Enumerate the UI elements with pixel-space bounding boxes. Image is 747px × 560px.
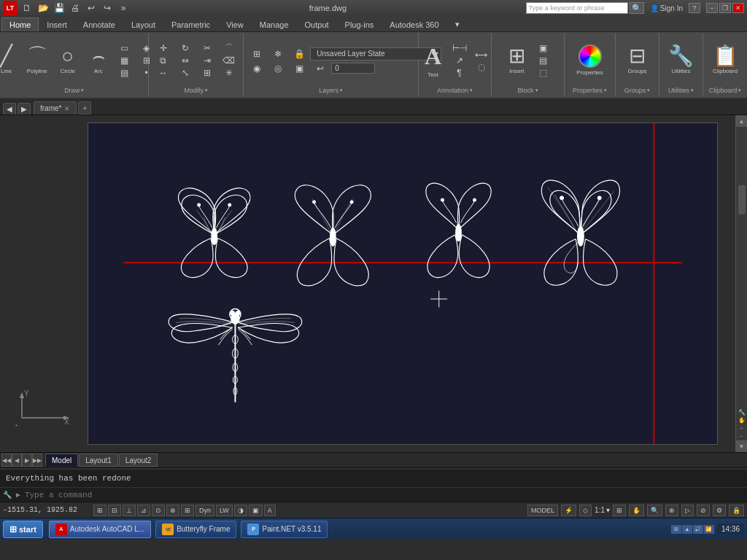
offset-btn[interactable]: ⇥ bbox=[197, 55, 217, 66]
modify-dropdown-arrow[interactable]: ▾ bbox=[205, 88, 208, 93]
explode-btn[interactable]: ✳ bbox=[219, 67, 239, 79]
create-block-btn[interactable]: ▣ bbox=[533, 42, 554, 54]
close-btn[interactable]: ✕ bbox=[732, 3, 744, 13]
clipboard-btn[interactable]: 📋 Clipboard bbox=[710, 44, 741, 77]
taskbar-item-butterfly[interactable]: 🦋 Butteryfly Frame bbox=[155, 521, 236, 538]
tab-overflow[interactable]: ▾ bbox=[447, 17, 468, 31]
scroll-up-btn[interactable]: ▲ bbox=[736, 115, 748, 127]
tab-manage[interactable]: Manage bbox=[252, 18, 297, 31]
layout-tab-model[interactable]: Model bbox=[45, 454, 78, 467]
tray-icon-2[interactable]: ▲ bbox=[682, 525, 692, 534]
scroll-icon-2[interactable]: ✋ bbox=[738, 416, 746, 424]
layer-match-btn[interactable]: ▣ bbox=[289, 63, 309, 74]
copy-btn[interactable]: ⧉ bbox=[153, 55, 174, 66]
anno-hide-btn[interactable]: ◌ bbox=[471, 61, 492, 73]
dim-btn[interactable]: ⊢⊣ bbox=[449, 42, 470, 54]
utilities-dropdown-arrow[interactable]: ▾ bbox=[691, 88, 694, 93]
print-btn[interactable]: 🖨 bbox=[69, 2, 82, 14]
properties-dropdown-arrow[interactable]: ▾ bbox=[604, 88, 607, 93]
nav-layout-next-btn[interactable]: ▶ bbox=[22, 454, 32, 467]
hatch-btn[interactable]: ▦ bbox=[115, 55, 135, 66]
stretch-btn[interactable]: ↔ bbox=[153, 67, 174, 79]
status-transparency-btn[interactable]: ◑ bbox=[234, 505, 247, 516]
gradient-btn[interactable]: ▤ bbox=[115, 67, 135, 79]
doc-tab-nav-left[interactable]: ◀ bbox=[3, 103, 16, 114]
command-input-field[interactable] bbox=[25, 491, 744, 499]
help-btn[interactable]: ? bbox=[689, 3, 700, 13]
status-otrack-btn[interactable]: ⊕ bbox=[166, 505, 179, 516]
open-btn[interactable]: 📂 bbox=[36, 2, 50, 14]
status-lw-btn[interactable]: LW bbox=[216, 505, 233, 516]
redo-btn[interactable]: ↪ bbox=[101, 2, 114, 14]
leader-btn[interactable]: ↗ bbox=[449, 55, 470, 66]
nav-layout-left-btn[interactable]: ◀◀ bbox=[1, 454, 12, 467]
tab-parametric[interactable]: Parametric bbox=[163, 18, 218, 31]
tab-plugins[interactable]: Plug-ins bbox=[337, 18, 382, 31]
model-btn[interactable]: MODEL bbox=[527, 505, 558, 516]
steer-btn[interactable]: ⊕ bbox=[665, 505, 678, 516]
layer-freeze-btn[interactable]: ❄ bbox=[268, 48, 288, 60]
annotation-dropdown-arrow[interactable]: ▾ bbox=[470, 88, 473, 93]
new-btn[interactable]: 🗋 bbox=[20, 2, 34, 14]
scrollbar-right[interactable]: ▲ 🔧 ✋ + − ▼ bbox=[735, 115, 747, 452]
layout-tab-layout2[interactable]: Layout2 bbox=[119, 454, 158, 467]
insert-btn[interactable]: ⊞ Insert bbox=[503, 44, 532, 77]
nav-layout-prev-btn[interactable]: ◀ bbox=[12, 454, 22, 467]
groups-btn[interactable]: ⊟ Groups bbox=[623, 44, 652, 77]
tab-home[interactable]: Home bbox=[1, 18, 39, 31]
sign-in-btn[interactable]: 👤Sign In bbox=[650, 4, 683, 12]
restore-btn[interactable]: ❐ bbox=[719, 3, 731, 13]
line-btn[interactable]: ╱ Line bbox=[0, 44, 21, 77]
tab-view[interactable]: View bbox=[218, 18, 252, 31]
layers-dropdown-arrow[interactable]: ▾ bbox=[340, 88, 343, 93]
status-snap-btn[interactable]: ⊞ bbox=[93, 505, 107, 516]
layout-tab-layout1[interactable]: Layout1 bbox=[79, 454, 118, 467]
lock-ui-btn[interactable]: 🔒 bbox=[729, 505, 744, 516]
layer-prev-btn[interactable]: ↩ bbox=[310, 63, 330, 74]
status-grid-btn[interactable]: ⊟ bbox=[108, 505, 121, 516]
layer-lock-btn[interactable]: 🔒 bbox=[289, 48, 309, 60]
status-anno-btn[interactable]: A bbox=[264, 505, 276, 516]
anno-scale-btn[interactable]: ⟷ bbox=[471, 49, 492, 61]
block-dropdown-arrow[interactable]: ▾ bbox=[535, 88, 538, 93]
isodraft-btn[interactable]: ◇ bbox=[579, 505, 592, 516]
zoom-btn[interactable]: 🔍 bbox=[647, 505, 662, 516]
array-btn[interactable]: ⊞ bbox=[197, 67, 217, 79]
tab-layout[interactable]: Layout bbox=[123, 18, 163, 31]
tab-annotate[interactable]: Annotate bbox=[75, 18, 123, 31]
viewport-btn[interactable]: ⊞ bbox=[613, 505, 626, 516]
save-btn[interactable]: 💾 bbox=[53, 2, 66, 14]
nav-layout-last-btn[interactable]: ▶▶ bbox=[32, 454, 42, 467]
tab-autodesk360[interactable]: Autodesk 360 bbox=[382, 18, 446, 31]
clipboard-dropdown-arrow[interactable]: ▾ bbox=[738, 88, 741, 93]
status-dyn-btn[interactable]: Dyn bbox=[196, 505, 214, 516]
scroll-handle-right[interactable] bbox=[738, 185, 746, 214]
annotate-vis-btn[interactable]: ⊘ bbox=[697, 505, 710, 516]
trim-btn[interactable]: ✂ bbox=[197, 42, 217, 54]
rectangle-btn[interactable]: ▭ bbox=[115, 42, 135, 54]
status-ortho-btn[interactable]: ⊥ bbox=[123, 505, 136, 516]
search-box[interactable]: Type a keyword or phrase bbox=[526, 2, 628, 14]
single-attr-btn[interactable]: ⬚ bbox=[533, 67, 554, 79]
properties-btn[interactable]: Properties bbox=[573, 43, 605, 78]
status-osnap-btn[interactable]: ⊙ bbox=[152, 505, 165, 516]
polyline-btn[interactable]: ⌒ Polyline bbox=[23, 44, 52, 77]
scroll-icon-3[interactable]: + bbox=[739, 424, 744, 432]
tray-icon-4[interactable]: 📶 bbox=[704, 525, 714, 534]
status-sel-btn[interactable]: ▣ bbox=[249, 505, 263, 516]
scroll-icon-1[interactable]: 🔧 bbox=[738, 408, 746, 416]
tray-icon-3[interactable]: 🔊 bbox=[693, 525, 703, 534]
showmotion-btn[interactable]: ▷ bbox=[681, 505, 694, 516]
tab-output[interactable]: Output bbox=[297, 18, 337, 31]
mtext-btn[interactable]: ¶ bbox=[449, 67, 470, 79]
scale-btn[interactable]: ⤡ bbox=[175, 67, 196, 79]
groups-dropdown-arrow[interactable]: ▾ bbox=[647, 88, 650, 93]
mirror-btn[interactable]: ⇔ bbox=[175, 55, 196, 66]
layer-iso-btn[interactable]: ◎ bbox=[268, 63, 288, 74]
erase-btn[interactable]: ⌫ bbox=[219, 55, 239, 66]
move-btn[interactable]: ✛ bbox=[153, 42, 174, 54]
rotate-btn[interactable]: ↻ bbox=[175, 42, 196, 54]
attdef-btn[interactable]: ▤ bbox=[533, 55, 554, 66]
scroll-down-btn[interactable]: ▼ bbox=[736, 440, 748, 452]
new-doc-btn[interactable]: + bbox=[78, 101, 91, 114]
